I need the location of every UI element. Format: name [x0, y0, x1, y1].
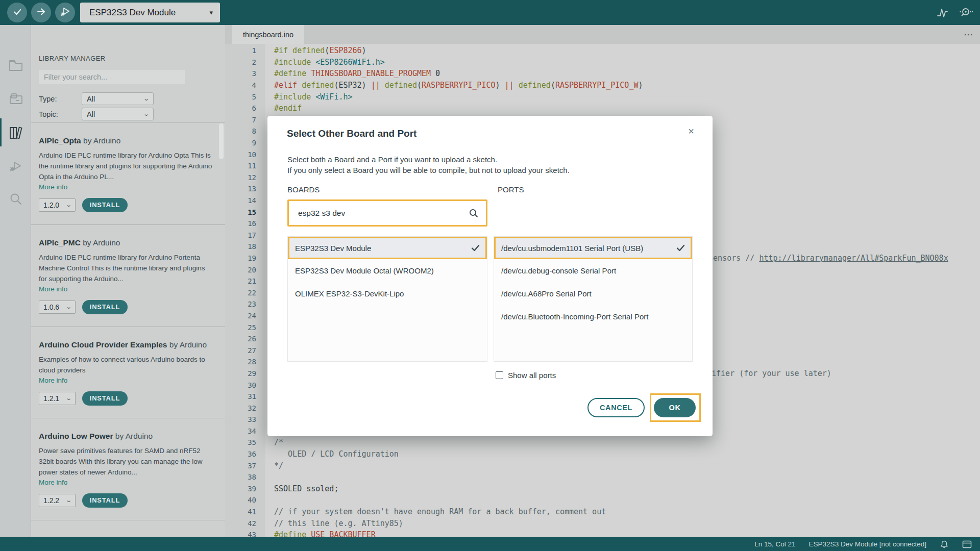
port-option[interactable]: /dev/cu.A68Pro Serial Port: [494, 282, 692, 305]
code-line: 2#include <ESP8266WiFi.h>: [225, 57, 980, 68]
sidebar-item-boards-manager[interactable]: [0, 85, 31, 113]
dialog-title: Select Other Board and Port: [287, 128, 416, 139]
close-icon[interactable]: ×: [688, 126, 694, 136]
board-selector-label: ESP32S3 Dev Module: [89, 8, 209, 18]
code-text: #include <ESP8266WiFi.h>: [265, 58, 385, 67]
library-name: Arduino Cloud Provider Examples by Ardui…: [39, 340, 207, 350]
library-description: Power save primitives features for SAMD …: [39, 446, 213, 478]
install-button[interactable]: INSTALL: [82, 300, 128, 314]
serial-plotter-button[interactable]: [935, 6, 949, 20]
more-info-link[interactable]: More info: [39, 377, 214, 384]
version-value: 1.2.2: [43, 496, 59, 505]
board-selector-dropdown[interactable]: ESP32S3 Dev Module ▾: [80, 3, 220, 22]
sidebar-item-library-manager[interactable]: [0, 119, 31, 146]
version-select[interactable]: 1.2.1⌄: [39, 392, 76, 405]
library-controls: 1.2.0⌄INSTALL: [39, 198, 214, 212]
cursor-position[interactable]: Ln 15, Col 21: [754, 540, 795, 548]
line-number: 6: [225, 104, 265, 112]
chevron-down-icon: ⌄: [65, 497, 72, 504]
sidebar-item-sketchbook[interactable]: [0, 52, 31, 79]
library-list: AIPlc_Opta by ArduinoArduino IDE PLC run…: [31, 123, 225, 537]
version-value: 1.0.6: [43, 303, 59, 311]
check-icon: [676, 244, 685, 252]
ok-button[interactable]: OK: [654, 398, 696, 417]
board-option[interactable]: ESP32S3 Dev Module: [288, 237, 487, 259]
port-option[interactable]: /dev/cu.debug-console Serial Port: [494, 259, 692, 282]
board-search-input[interactable]: esp32 s3 dev: [287, 199, 487, 227]
line-number: 31: [225, 392, 265, 400]
boards-label: BOARDS: [287, 185, 320, 194]
line-number: 19: [225, 254, 265, 262]
line-number: 1: [225, 46, 265, 55]
board-option-label: ESP32S3 Dev Module: [295, 244, 471, 253]
line-number: 41: [225, 508, 265, 516]
version-select[interactable]: 1.2.0⌄: [39, 198, 76, 212]
line-number: 36: [225, 450, 265, 458]
line-number: 9: [225, 139, 265, 147]
code-line: 3#define THINGSBOARD_ENABLE_PROGMEM 0: [225, 68, 980, 80]
tab-thingsboard-ino[interactable]: thingsboard.ino: [232, 25, 304, 44]
board-chip-icon: [8, 92, 23, 106]
board-connection-status[interactable]: ESP32S3 Dev Module [not connected]: [809, 540, 926, 548]
code-line: 1#if defined(ESP8266): [225, 45, 980, 57]
boards-list: ESP32S3 Dev ModuleESP32S3 Dev Module Oct…: [287, 236, 487, 362]
version-select[interactable]: 1.0.6⌄: [39, 300, 76, 314]
line-number: 24: [225, 312, 265, 320]
install-button[interactable]: INSTALL: [82, 198, 128, 212]
board-option-label: OLIMEX ESP32-S3-DevKit-Lipo: [295, 289, 480, 298]
line-number: 13: [225, 185, 265, 193]
topic-select[interactable]: All ⌄: [82, 108, 154, 120]
more-info-link[interactable]: More info: [39, 479, 214, 486]
sidebar-item-search[interactable]: [0, 185, 31, 213]
serial-monitor-button[interactable]: [959, 6, 973, 20]
panel-scrollbar-thumb[interactable]: [219, 123, 224, 159]
install-button[interactable]: INSTALL: [82, 493, 128, 508]
line-number: 15: [225, 208, 265, 216]
type-label: Type:: [39, 95, 82, 103]
version-select[interactable]: 1.2.2⌄: [39, 494, 76, 507]
activity-bar: [0, 25, 31, 537]
port-option[interactable]: /dev/cu.usbmodem1101 Serial Port (USB): [494, 237, 692, 259]
port-option[interactable]: /dev/cu.Bluetooth-Incoming-Port Serial P…: [494, 305, 692, 328]
chevron-down-icon: ▾: [209, 9, 213, 16]
board-option-label: ESP32S3 Dev Module Octal (WROOM2): [295, 266, 480, 275]
line-number: 7: [225, 116, 265, 124]
library-filter-input[interactable]: [39, 70, 185, 84]
library-description: Arduino IDE PLC runtime library for Ardu…: [39, 151, 213, 183]
sidebar-item-debug[interactable]: [0, 153, 31, 180]
debug-button[interactable]: [55, 3, 75, 22]
show-all-ports-checkbox[interactable]: Show all ports: [496, 371, 556, 380]
right-arrow-icon: [36, 7, 46, 19]
code-text: #define USE_BACKBUFFER: [265, 530, 376, 537]
library-description: Examples of how to connect various Ardui…: [39, 355, 213, 376]
code-text: // if your system doesn't have enough RA…: [265, 507, 606, 516]
line-number: 11: [225, 162, 265, 170]
upload-button[interactable]: [31, 3, 51, 22]
toggle-panel-icon[interactable]: [962, 540, 972, 548]
board-option[interactable]: ESP32S3 Dev Module Octal (WROOM2): [288, 259, 487, 282]
chevron-down-icon: ⌄: [65, 202, 72, 208]
library-entry: Arduino Cloud Provider Examples by Ardui…: [31, 327, 225, 418]
more-info-link[interactable]: More info: [39, 285, 214, 293]
line-number: 42: [225, 519, 265, 528]
line-number: 33: [225, 415, 265, 423]
code-text: #endif: [265, 104, 302, 113]
line-number: 39: [225, 485, 265, 493]
install-button[interactable]: INSTALL: [82, 391, 128, 406]
chevron-down-icon: ⌄: [65, 395, 72, 402]
code-line: 39SSOLED ssoled;: [225, 483, 980, 495]
code-text: /*: [265, 438, 283, 447]
search-icon: [469, 208, 479, 218]
board-option[interactable]: OLIMEX ESP32-S3-DevKit-Lipo: [288, 282, 487, 305]
cancel-button[interactable]: CANCEL: [587, 398, 645, 417]
arduino-ide-window: ESP32S3 Dev Module ▾: [0, 0, 980, 551]
verify-button[interactable]: [7, 3, 27, 22]
more-info-link[interactable]: More info: [39, 183, 214, 191]
line-number: 20: [225, 266, 265, 274]
notifications-bell-icon[interactable]: [940, 540, 949, 549]
library-manager-panel: LIBRARY MANAGER Type: All ⌄ Topic: All ⌄…: [31, 25, 225, 537]
select-board-port-dialog: Select Other Board and Port × Select bot…: [267, 116, 713, 436]
tab-options-icon[interactable]: ⋯: [964, 25, 973, 44]
type-select[interactable]: All ⌄: [82, 92, 154, 105]
line-number: 43: [225, 531, 265, 537]
